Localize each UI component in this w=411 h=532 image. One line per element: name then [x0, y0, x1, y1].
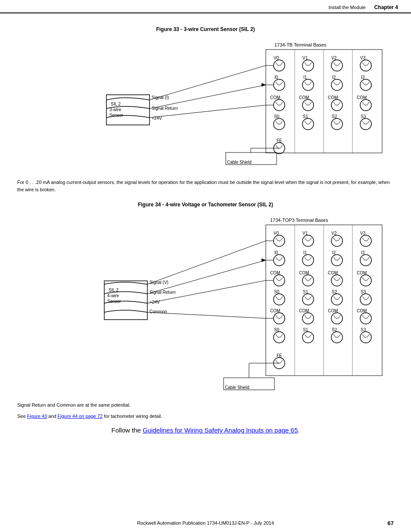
figure33-diagram: 1734-TB Terminal Bases V0 V1 V2 V3 I0	[17, 39, 394, 172]
note34-2-suffix: for tachometer wiring detail.	[103, 414, 162, 419]
svg-text:V1: V1	[302, 231, 308, 236]
header-section: Install the Module	[328, 5, 365, 10]
figure33-title: Figure 33 - 3-wire Current Sensor (SIL 2…	[17, 26, 394, 32]
svg-line-125	[147, 260, 266, 294]
svg-text:V1: V1	[302, 56, 308, 60]
page-content: Figure 33 - 3-wire Current Sensor (SIL 2…	[0, 13, 411, 453]
figure44-link[interactable]: Figure 44 on page 72	[58, 414, 103, 419]
svg-line-49	[149, 65, 266, 100]
svg-text:4-wire: 4-wire	[107, 293, 119, 298]
svg-text:Cable Shield: Cable Shield	[225, 385, 249, 390]
svg-text:I0: I0	[274, 75, 278, 80]
svg-text:I1: I1	[303, 250, 307, 255]
header-chapter: Chapter 4	[374, 4, 398, 10]
svg-line-122	[147, 241, 266, 284]
svg-text:Cable Shield: Cable Shield	[227, 160, 252, 165]
svg-text:Signal Return: Signal Return	[152, 106, 178, 111]
caption33: For 0 . . .20 mA analog current-output s…	[17, 179, 394, 193]
page-number: 67	[388, 520, 394, 526]
svg-text:I3: I3	[361, 250, 365, 255]
figure34-title: Figure 34 - 4-wire Voltage or Tachometer…	[17, 202, 394, 208]
follow-suffix: .	[298, 426, 299, 434]
note34-1: Signal Return and Common are at the same…	[17, 401, 394, 409]
note34-2: See Figure 43 and Figure 44 on page 72 f…	[17, 413, 394, 420]
svg-text:I2: I2	[332, 75, 336, 80]
svg-text:V2: V2	[331, 231, 337, 236]
follow-guidelines: Follow the Guidelines for Wiring Safety …	[17, 426, 394, 434]
svg-text:I3: I3	[361, 75, 365, 80]
svg-text:I2: I2	[332, 250, 336, 255]
svg-text:I0: I0	[274, 250, 278, 255]
svg-marker-133	[262, 258, 266, 262]
svg-text:+24V: +24V	[149, 300, 160, 305]
svg-text:V2: V2	[331, 56, 337, 60]
svg-rect-59	[266, 225, 382, 376]
svg-text:3-wire: 3-wire	[109, 107, 121, 112]
svg-text:V3: V3	[360, 56, 366, 60]
note34-2-mid: and	[47, 414, 57, 419]
svg-text:1734-TB Terminal Bases: 1734-TB Terminal Bases	[274, 42, 327, 47]
footer-center: Rockwell Automation Publication 1734-UM0…	[137, 520, 274, 526]
page-header: Install the Module Chapter 4	[0, 0, 411, 13]
svg-text:I1: I1	[303, 75, 307, 80]
svg-text:V3: V3	[360, 231, 366, 236]
svg-text:V0: V0	[274, 56, 279, 60]
figure43-link[interactable]: Figure 43	[27, 414, 47, 419]
note34-2-prefix: See	[17, 414, 27, 419]
follow-prefix: Follow the	[112, 426, 143, 434]
svg-text:SIL 2: SIL 2	[111, 102, 121, 106]
svg-line-131	[147, 312, 266, 318]
svg-text:V0: V0	[274, 231, 279, 236]
svg-text:Signal (I): Signal (I)	[152, 95, 169, 100]
svg-text:1734-TOP3 Terminal Bases: 1734-TOP3 Terminal Bases	[270, 218, 328, 223]
figure34-diagram: 1734-TOP3 Terminal Bases V0 V1 V2 V3 I0 …	[17, 214, 394, 395]
svg-marker-57	[262, 83, 266, 87]
guidelines-link[interactable]: Guidelines for Wiring Safety Analog Inpu…	[143, 426, 298, 434]
page-footer: Rockwell Automation Publication 1734-UM0…	[0, 520, 411, 526]
